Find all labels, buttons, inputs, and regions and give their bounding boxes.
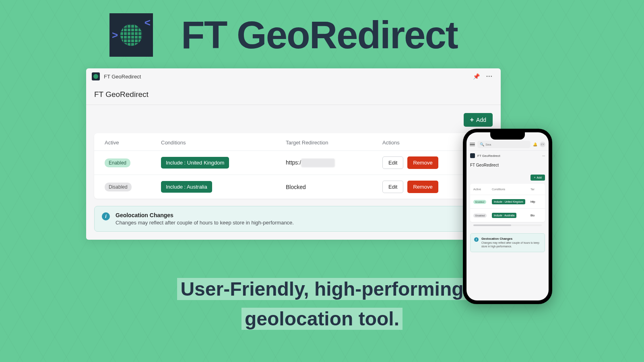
hero-title: FT GeoRedirect	[181, 13, 458, 57]
info-text: Changes may reflect after couple of hour…	[481, 241, 541, 249]
header-target: Target Redirection	[286, 140, 382, 146]
page-title: FT GeoRedirect	[94, 90, 493, 99]
status-badge: Enabled	[105, 158, 130, 167]
target-cell: Blocked	[286, 184, 382, 190]
title-bar: FT GeoRedirect	[86, 84, 501, 105]
window-app-icon	[92, 72, 100, 80]
window-header: FT GeoRedirect 📌 ···	[86, 68, 501, 84]
horizontal-scrollbar[interactable]	[473, 224, 542, 226]
chevron-left-icon: >	[112, 29, 118, 41]
header-active: Active	[473, 188, 490, 191]
header-target: Tar	[530, 188, 542, 191]
add-button[interactable]: +Add	[530, 175, 545, 181]
phone-screen: 🔍Sea 🔔 CY FT GeoRedirect ··· FT GeoRedir…	[466, 132, 549, 300]
header-conditions: Conditions	[161, 140, 286, 146]
search-icon: 🔍	[480, 142, 484, 146]
table-row: Disabled Include : Australia Blo	[470, 209, 545, 222]
table-row: Enabled Include : United Kingdom https:/…	[94, 151, 493, 175]
target-cell: https:/	[286, 158, 382, 167]
rules-table: Active Conditions Target Redirection Act…	[94, 133, 493, 199]
target-cell: http	[530, 200, 542, 203]
mobile-topbar: 🔍Sea 🔔 CY	[466, 138, 549, 151]
condition-chip: Include : United Kingdom	[161, 157, 229, 169]
tagline-line2: geolocation tool.	[242, 308, 402, 330]
edit-button[interactable]: Edit	[382, 156, 403, 169]
target-cell: Blo	[530, 214, 542, 217]
info-banner: i Geolocation Changes Changes may reflec…	[470, 233, 545, 252]
phone-notch	[490, 132, 525, 140]
plus-icon: +	[534, 176, 535, 179]
app-window: FT GeoRedirect 📌 ··· FT GeoRedirect +Add…	[86, 68, 501, 240]
add-button-label: Add	[476, 117, 486, 123]
status-badge: Enabled	[473, 200, 486, 204]
condition-chip: Include : Australia	[492, 213, 516, 218]
pin-icon[interactable]: 📌	[473, 73, 480, 80]
mobile-page-title: FT GeoRedirect	[466, 160, 549, 171]
redacted-url	[301, 158, 335, 167]
tagline-line1: User-Friendly, high-performing	[177, 278, 466, 300]
info-title: Geolocation Changes	[481, 237, 541, 241]
globe-icon	[120, 24, 142, 46]
hero-banner: > < FT GeoRedirect	[109, 13, 458, 57]
menu-icon[interactable]	[470, 143, 475, 146]
more-icon[interactable]: ···	[484, 73, 495, 80]
header-active: Active	[105, 140, 161, 146]
mobile-rules-table: Active Conditions Tar Enabled Include : …	[470, 184, 545, 222]
plus-icon: +	[470, 117, 474, 123]
more-icon[interactable]: ···	[542, 154, 545, 158]
chevron-right-icon: <	[144, 16, 151, 29]
add-button[interactable]: +Add	[464, 113, 493, 127]
phone-frame: 🔍Sea 🔔 CY FT GeoRedirect ··· FT GeoRedir…	[463, 129, 552, 304]
avatar[interactable]: CY	[540, 142, 545, 147]
search-input[interactable]: 🔍Sea	[477, 141, 530, 148]
status-badge: Disabled	[473, 214, 487, 218]
status-badge: Disabled	[105, 183, 132, 191]
info-text: Changes may reflect after couple of hour…	[116, 220, 294, 226]
info-banner: i Geolocation Changes Changes may reflec…	[94, 206, 493, 232]
info-icon: i	[474, 237, 479, 242]
mobile-app-row: FT GeoRedirect ···	[466, 151, 549, 160]
info-icon: i	[102, 212, 110, 220]
table-row: Disabled Include : Australia Blocked Edi…	[94, 175, 493, 199]
mobile-app-name: FT GeoRedirect	[477, 154, 500, 158]
remove-button[interactable]: Remove	[407, 156, 438, 169]
header-conditions: Conditions	[492, 188, 529, 191]
content-area: +Add Active Conditions Target Redirectio…	[86, 105, 501, 240]
table-header-row: Active Conditions Tar	[470, 184, 545, 195]
info-title: Geolocation Changes	[116, 212, 294, 218]
condition-chip: Include : Australia	[161, 181, 212, 193]
condition-chip: Include : United Kingdom	[492, 199, 525, 204]
table-header-row: Active Conditions Target Redirection Act…	[94, 133, 493, 151]
remove-button[interactable]: Remove	[407, 181, 438, 193]
app-logo-icon: > <	[109, 13, 153, 57]
mobile-app-icon	[470, 153, 475, 158]
bell-icon[interactable]: 🔔	[533, 142, 537, 146]
edit-button[interactable]: Edit	[382, 181, 403, 193]
window-app-name: FT GeoRedirect	[104, 74, 141, 80]
table-row: Enabled Include : United Kingdom http	[470, 195, 545, 209]
